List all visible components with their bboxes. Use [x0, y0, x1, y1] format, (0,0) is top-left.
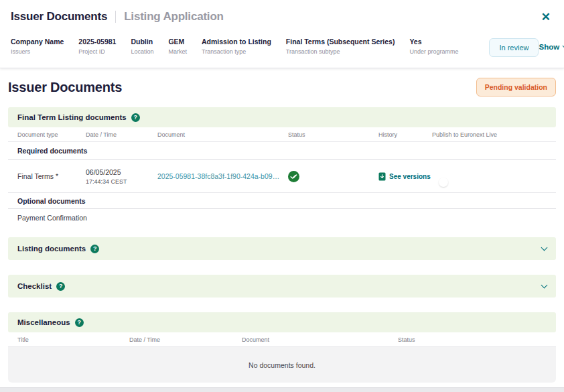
summary-label: Location: [131, 48, 153, 55]
summary-label: Project ID: [78, 48, 116, 55]
summary-label: Market: [168, 48, 187, 55]
summary-value: Dublin: [131, 38, 153, 46]
summary-label: Under programme: [409, 48, 458, 55]
summary-label: Transaction type: [202, 48, 271, 55]
empty-message: No documents found.: [249, 361, 315, 369]
page-title: Issuer Documents: [8, 80, 122, 95]
document-link[interactable]: 2025-05981-38fc8a3f-1f90-424a-b099-41204…: [157, 172, 288, 180]
required-documents-group: Required documents: [8, 142, 556, 160]
expand-section-button[interactable]: [542, 285, 547, 287]
column-header: Status: [288, 131, 378, 138]
miscellaneous-table-header: Title Date / Time Document Status: [8, 332, 556, 347]
table-row-final-terms: Final Terms * 06/05/2025 17:44:34 CEST 2…: [8, 160, 556, 193]
show-label: Show: [539, 43, 559, 51]
summary-field-transaction-subtype: Final Terms (Subsequent Series) Transact…: [286, 38, 395, 55]
section-miscellaneous: Miscellaneous ?: [8, 312, 556, 332]
issuer-documents-modal: Issuer Documents Listing Application ✕ C…: [0, 0, 564, 387]
column-header: Status: [398, 336, 547, 343]
document-type-cell: Final Terms *: [17, 172, 86, 180]
title-divider: [115, 11, 116, 23]
summary-label: Transaction subtype: [286, 48, 395, 55]
section-title: Final Term Listing documents: [17, 113, 127, 121]
summary-value: 2025-05981: [78, 38, 116, 46]
column-header: Title: [17, 336, 129, 343]
section-title: Miscellaneous: [17, 318, 70, 326]
modal-title: Issuer Documents: [11, 10, 107, 23]
summary-field-market: GEM Market: [168, 38, 187, 55]
page-background-strip: [0, 387, 564, 392]
summary-field-under-programme: Yes Under programme: [409, 38, 458, 55]
time-value: 17:44:34 CEST: [86, 178, 157, 185]
document-versions-icon: [378, 172, 386, 181]
modal-subtitle: Listing Application: [124, 10, 224, 23]
section-title: Checklist: [17, 282, 52, 290]
summary-value: Company Name: [11, 38, 64, 46]
documents-table-header: Document type Date / Time Document Statu…: [8, 127, 556, 142]
column-header: Publish to Euronext Live: [432, 131, 547, 138]
document-type-cell: Payment Confirmation: [17, 214, 86, 222]
column-header: Document type: [17, 131, 86, 138]
close-icon[interactable]: ✕: [539, 9, 553, 25]
expand-section-button[interactable]: [542, 247, 547, 250]
summary-field-issuers: Company Name Issuers: [11, 38, 64, 55]
pending-validation-badge: Pending validation: [476, 78, 556, 96]
summary-value: Yes: [409, 38, 458, 46]
toggle-knob: [439, 178, 448, 187]
section-checklist[interactable]: Checklist ?: [8, 275, 556, 298]
status-cell: [288, 171, 378, 182]
summary-label: Issuers: [11, 48, 64, 55]
application-summary-bar: Company Name Issuers 2025-05981 Project …: [0, 34, 564, 68]
section-listing-documents[interactable]: Listing documents ?: [8, 237, 556, 260]
help-icon[interactable]: ?: [90, 245, 99, 253]
chevron-down-icon: [541, 282, 548, 289]
help-icon[interactable]: ?: [75, 318, 84, 327]
modal-content: Issuer Documents Pending validation Fina…: [0, 68, 564, 387]
help-icon[interactable]: ?: [131, 113, 140, 122]
column-header: Document: [242, 336, 398, 343]
status-badge[interactable]: In review: [489, 38, 539, 57]
summary-value: GEM: [168, 38, 187, 46]
column-header: History: [378, 131, 432, 138]
date-time-cell: 06/05/2025 17:44:34 CEST: [86, 168, 157, 185]
help-icon[interactable]: ?: [56, 282, 65, 291]
summary-value: Admission to Listing: [202, 38, 271, 46]
chevron-down-icon: [541, 245, 548, 251]
see-versions-button[interactable]: See versions: [378, 172, 432, 181]
summary-field-location: Dublin Location: [131, 38, 153, 55]
summary-value: Final Terms (Subsequent Series): [286, 38, 395, 46]
empty-documents-panel: No documents found.: [8, 347, 556, 383]
see-versions-label: See versions: [389, 173, 431, 180]
column-header: Date / Time: [86, 131, 157, 138]
section-final-term-listing-documents: Final Term Listing documents ?: [8, 107, 556, 127]
date-value: 06/05/2025: [86, 168, 157, 176]
show-dropdown[interactable]: Show: [539, 43, 564, 51]
modal-header: Issuer Documents Listing Application ✕: [0, 0, 564, 34]
column-header: Document: [157, 131, 288, 138]
column-header: Date / Time: [129, 336, 242, 343]
status-approved-icon: [288, 171, 299, 182]
section-title: Listing documents: [17, 245, 86, 253]
optional-documents-group: Optional documents: [8, 193, 556, 209]
summary-field-transaction-type: Admission to Listing Transaction type: [202, 38, 271, 55]
summary-field-project-id: 2025-05981 Project ID: [78, 38, 116, 55]
table-row-payment-confirmation: Payment Confirmation: [8, 209, 556, 226]
page-head: Issuer Documents Pending validation: [8, 76, 556, 98]
